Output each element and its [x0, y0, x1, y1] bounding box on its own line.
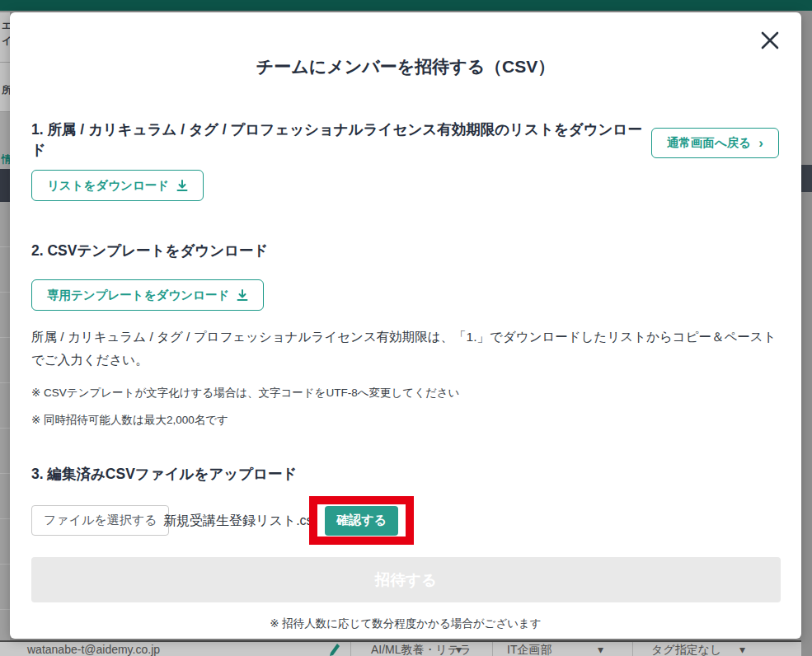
chevron-down-icon[interactable]: ▾ [739, 643, 745, 656]
invite-button-disabled[interactable]: 招待する [31, 557, 781, 602]
download-icon [237, 289, 248, 302]
dropdown-tag[interactable]: タグ指定なし [651, 643, 721, 656]
selected-file-name: 新規受講生登録リスト.csv [163, 505, 317, 536]
background-text-fragment: エン [2, 19, 10, 33]
download-icon [176, 180, 188, 192]
background-active-tab-fragment: 情報 [2, 152, 10, 166]
divider [0, 62, 10, 63]
background-table-header [0, 169, 10, 202]
chevron-down-icon[interactable]: ▾ [598, 643, 603, 656]
annotation-highlight-box: 確認する [309, 496, 414, 545]
step3-heading: 3. 編集済みCSVファイルをアップロード [31, 464, 297, 485]
duration-note: ※ 招待人数に応じて数分程度かかる場合がございます [10, 616, 801, 631]
divider [492, 642, 493, 656]
file-select-button[interactable]: ファイルを選択する [31, 505, 169, 536]
step1-heading: 1. 所属 / カリキュラム / タグ / プロフェッショナルライセンス有効期限… [31, 119, 645, 162]
app-header-bar [0, 0, 812, 11]
chevron-down-icon[interactable]: ▾ [456, 643, 462, 656]
close-icon [758, 29, 781, 52]
member-email: watanabe-t@aidemy.co.jp [27, 643, 160, 656]
divider [350, 642, 351, 656]
scrollbar-thumb[interactable] [801, 165, 812, 192]
close-button[interactable] [758, 29, 781, 52]
background-table-rows [0, 202, 10, 640]
chevron-right-icon: › [758, 136, 763, 150]
divider [632, 642, 633, 656]
screen: エン イセ 所属 情報 watanabe-t@aidemy.co.jp AI/M… [0, 0, 812, 656]
invite-csv-modal: チームにメンバーを招待する（CSV） 1. 所属 / カリキュラム / タグ /… [10, 12, 801, 639]
copy-paste-instruction: 所属 / カリキュラム / タグ / プロフェッショナルライセンス有効期限は、「… [31, 326, 783, 372]
return-normal-screen-button[interactable]: 通常画面へ戻る › [651, 128, 779, 158]
dropdown-department[interactable]: IT企画部 [507, 643, 552, 656]
download-template-button[interactable]: 専用テンプレートをダウンロード [31, 279, 264, 311]
invite-limit-note: ※ 同時招待可能人数は最大2,000名です [31, 413, 228, 428]
background-page-left-edge: エン イセ 所属 情報 [0, 12, 10, 640]
confirm-button[interactable]: 確認する [325, 506, 398, 536]
back-button-label: 通常画面へ戻る [667, 135, 751, 151]
download-list-label: リストをダウンロード [47, 178, 169, 194]
scrollbar-track[interactable] [801, 11, 812, 656]
edit-pencil-icon[interactable] [328, 643, 340, 656]
modal-title: チームにメンバーを招待する（CSV） [10, 55, 801, 78]
encoding-note: ※ CSVテンプレートが文字化けする場合は、文字コードをUTF-8へ変更してくだ… [31, 386, 459, 401]
download-list-button[interactable]: リストをダウンロード [31, 170, 204, 201]
download-template-label: 専用テンプレートをダウンロード [47, 288, 229, 303]
background-text-fragment: イセ [2, 34, 10, 48]
background-table-row: watanabe-t@aidemy.co.jp AI/ML教養・リテラ ▾ IT… [0, 640, 801, 656]
background-text-fragment: 所属 [2, 83, 10, 97]
step2-heading: 2. CSVテンプレートをダウンロード [31, 241, 268, 261]
